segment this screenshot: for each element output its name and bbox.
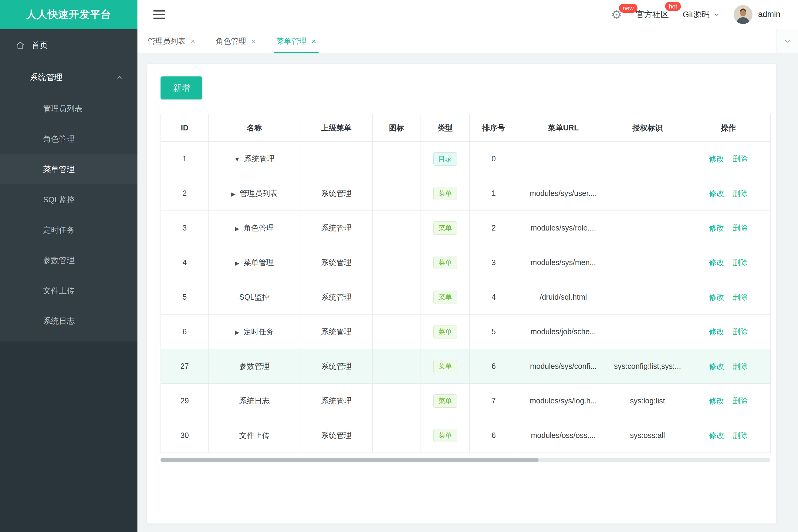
delete-link[interactable]: 删除 [733,189,748,197]
edit-link[interactable]: 修改 [709,362,724,370]
tab-close-icon[interactable]: × [311,37,316,45]
table-row: 27 参数管理 系统管理 菜单 6 modules/sys/confi... s… [161,349,771,384]
tab-label: 管理员列表 [148,36,186,46]
table-row: 29 系统日志 系统管理 菜单 7 modules/sys/log.h... s… [161,384,771,418]
table-header-cell: 图标 [373,114,421,141]
cell-type: 菜单 [421,384,470,418]
cell-type: 菜单 [421,418,470,453]
cell-parent: 系统管理 [300,315,373,349]
user-menu[interactable]: admin [734,5,780,24]
edit-link[interactable]: 修改 [709,189,724,197]
cell-icon [373,384,421,418]
delete-link[interactable]: 删除 [733,154,748,163]
cell-url: modules/oss/oss.... [518,418,609,453]
cell-parent: 系统管理 [300,211,373,245]
sidebar-item[interactable]: 菜单管理 [0,154,137,185]
delete-link[interactable]: 删除 [733,293,748,301]
cell-actions: 修改删除 [686,384,771,418]
hot-badge: hot [665,2,681,11]
tab[interactable]: 菜单管理 × [266,29,326,53]
delete-link[interactable]: 删除 [733,396,748,405]
horizontal-scrollbar-thumb[interactable] [161,458,539,462]
edit-link[interactable]: 修改 [709,154,724,163]
cell-url: modules/sys/men... [518,245,609,280]
cell-order: 3 [470,245,518,280]
table-header-cell: 名称 [209,114,300,141]
app-logo: 人人快速开发平台 [0,0,137,29]
git-source-link[interactable]: Git源码 [683,9,720,20]
delete-link[interactable]: 删除 [733,431,748,439]
tab-list-dropdown-button[interactable] [776,29,798,53]
table-header-cell: 上级菜单 [300,114,373,141]
sidebar-item[interactable]: 系统日志 [0,306,137,336]
table-row: 30 文件上传 系统管理 菜单 6 modules/oss/oss.... sy… [161,418,771,453]
tab[interactable]: 角色管理 × [205,29,266,53]
cell-icon [373,280,421,315]
tab-bar-tabs: 管理员列表 × 角色管理 × 菜单管理 × [137,29,327,53]
cell-order: 0 [470,141,518,176]
tab-close-icon[interactable]: × [251,37,256,45]
table-row: 1 ▼系统管理 目录 0 修改删除 [161,141,771,176]
cell-url [518,141,609,176]
tree-caret-icon[interactable]: ▶ [235,260,239,266]
type-badge: 菜单 [433,429,457,442]
sidebar-item[interactable]: 角色管理 [0,124,137,154]
cell-actions: 修改删除 [686,176,771,211]
cell-perms [609,280,686,315]
cell-name: SQL监控 [209,280,300,315]
cell-name: ▶菜单管理 [209,245,300,280]
sidebar-item-home[interactable]: 首页 [0,29,137,61]
cell-type: 菜单 [421,211,470,245]
cell-id: 30 [161,418,209,453]
cell-parent: 系统管理 [300,245,373,280]
table-row: 2 ▶管理员列表 系统管理 菜单 1 modules/sys/user.... … [161,176,771,211]
sidebar-item[interactable]: 参数管理 [0,245,137,276]
cell-parent: 系统管理 [300,418,373,453]
delete-link[interactable]: 删除 [733,327,748,336]
add-button[interactable]: 新增 [161,76,202,99]
cell-icon [373,418,421,453]
edit-link[interactable]: 修改 [709,258,724,267]
settings-button[interactable]: ⚙ new [611,8,622,21]
menu-name: 系统管理 [244,154,274,163]
menu-table: ID名称上级菜单图标类型排序号菜单URL授权标识操作 1 ▼系统管理 目录 0 … [161,114,771,453]
cell-perms [609,315,686,349]
cell-type: 菜单 [421,349,470,384]
sidebar-item[interactable]: 文件上传 [0,276,137,306]
edit-link[interactable]: 修改 [709,327,724,336]
sidebar-item-label: 文件上传 [43,285,75,296]
tab-close-icon[interactable]: × [190,37,195,45]
cell-order: 6 [470,418,518,453]
type-badge: 菜单 [433,187,457,200]
edit-link[interactable]: 修改 [709,293,724,301]
tree-caret-icon[interactable]: ▶ [231,191,236,197]
cell-icon [373,176,421,211]
edit-link[interactable]: 修改 [709,431,724,439]
delete-link[interactable]: 删除 [733,258,748,267]
tree-caret-icon[interactable]: ▶ [235,329,239,336]
horizontal-scrollbar-track[interactable] [161,458,771,462]
tab[interactable]: 管理员列表 × [137,29,205,53]
delete-link[interactable]: 删除 [733,362,748,370]
cell-id: 1 [161,141,209,176]
table-row: 4 ▶菜单管理 系统管理 菜单 3 modules/sys/men... 修改删… [161,245,771,280]
type-badge: 菜单 [433,360,457,373]
tree-caret-icon[interactable]: ▼ [235,156,240,163]
tree-caret-icon[interactable]: ▶ [235,226,239,232]
sidebar-item[interactable]: 管理员列表 [0,93,137,124]
hamburger-menu-icon[interactable] [153,8,166,21]
sidebar-group-system[interactable]: 系统管理 [0,61,137,93]
cell-type: 菜单 [421,245,470,280]
sidebar-item-label: 角色管理 [43,134,75,145]
cell-url: modules/sys/role.... [518,211,609,245]
sidebar-item-label: 菜单管理 [43,164,75,175]
sidebar-item[interactable]: SQL监控 [0,185,137,215]
cell-actions: 修改删除 [686,315,771,349]
delete-link[interactable]: 删除 [733,224,748,232]
community-link[interactable]: 官方社区 hot [636,9,669,20]
type-badge: 菜单 [433,394,457,407]
edit-link[interactable]: 修改 [709,396,724,405]
table-row: 6 ▶定时任务 系统管理 菜单 5 modules/job/sche... 修改… [161,315,771,349]
sidebar-item[interactable]: 定时任务 [0,215,137,245]
edit-link[interactable]: 修改 [709,224,724,232]
